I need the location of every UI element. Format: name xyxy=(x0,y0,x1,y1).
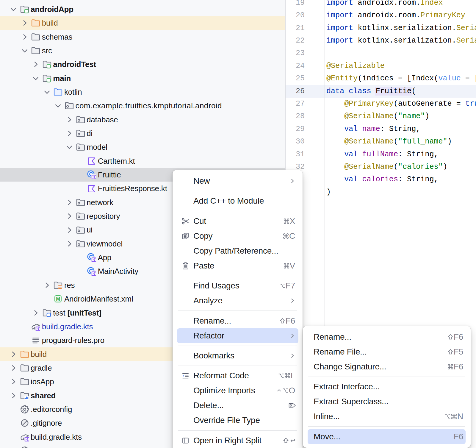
svg-text:M: M xyxy=(56,296,60,302)
